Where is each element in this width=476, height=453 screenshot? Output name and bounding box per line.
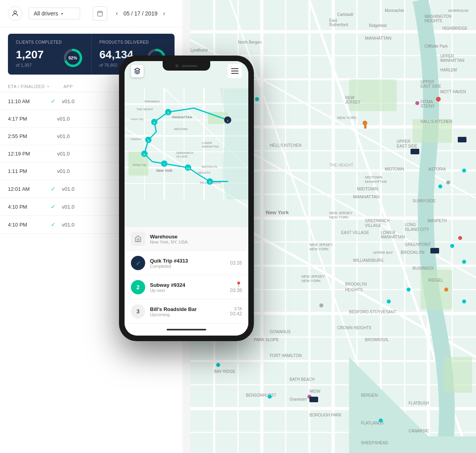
svg-rect-140 — [98, 12, 102, 16]
svg-text:HELL'S KITCHEN: HELL'S KITCHEN — [270, 143, 301, 148]
upnext-stop-number: 2 — [131, 280, 145, 294]
svg-text:7: 7 — [163, 163, 165, 166]
svg-text:SUNNYSIDE: SUNNYSIDE — [413, 199, 436, 203]
svg-text:BUSHWICK: BUSHWICK — [413, 266, 434, 271]
svg-text:Cliffside Park: Cliffside Park — [424, 44, 448, 48]
calendar-icon — [93, 6, 107, 21]
col-eta-label: ETA / FINALIZED — [8, 84, 45, 89]
completed-stop-time: 03:26 — [230, 260, 242, 266]
svg-point-128 — [444, 288, 448, 292]
phone-mockup: MANHATTAN Jersey City New York Hoboken G… — [119, 56, 254, 341]
svg-point-113 — [255, 97, 259, 101]
svg-text:2A: 2A — [186, 167, 190, 170]
clients-label: CLIENTS COMPLETED — [16, 40, 83, 44]
completed-stop-info: Quik Trip #4313 Completed — [150, 258, 225, 269]
svg-point-120 — [462, 299, 466, 303]
phone-map: MANHATTAN Jersey City New York Hoboken G… — [125, 61, 248, 226]
completed-stop[interactable]: ✓ Quik Trip #4313 Completed 03:26 — [125, 251, 248, 275]
clients-value: 1,207 — [16, 48, 44, 61]
clients-donut: 92% — [63, 48, 83, 68]
svg-text:SHEEPSHEAD: SHEEPSHEAD — [361, 441, 388, 445]
upnext-stop-info: Subway #9324 Up next — [150, 282, 225, 293]
svg-text:North Bergen: North Bergen — [238, 40, 261, 44]
row-time: 12:01 AM — [8, 186, 48, 192]
svg-text:MORRIISAN: MORRIISAN — [448, 9, 468, 13]
row-time: 4:10 PM — [8, 222, 48, 228]
upcoming-stop-name: Bill's Roadside Bar — [150, 306, 225, 312]
svg-text:HALL'S KITCHEN: HALL'S KITCHEN — [420, 119, 452, 124]
hamburger-line — [231, 71, 238, 71]
warehouse-stop[interactable]: Warehouse New York, NY, USA — [125, 227, 248, 251]
svg-text:MOTT HAVEN: MOTT HAVEN — [440, 90, 466, 94]
row-time: 2:55 PM — [8, 133, 48, 139]
phone-header-bar — [125, 61, 248, 81]
svg-text:BOROUGH PARK: BOROUGH PARK — [309, 413, 342, 417]
completed-stop-name: Quik Trip #4313 — [150, 258, 225, 264]
next-date-button[interactable]: › — [161, 9, 167, 18]
upcoming-stop-time: 03:42 — [230, 311, 242, 317]
check-icon: ✓ — [51, 203, 56, 210]
svg-text:Jersey City: Jersey City — [132, 163, 146, 167]
col-eta-chevron[interactable]: ▾ — [47, 84, 50, 88]
svg-text:BROOKLYN: BROOKLYN — [202, 165, 217, 168]
svg-point-117 — [462, 260, 466, 264]
svg-rect-138 — [364, 122, 367, 129]
col-app-label: APP — [63, 84, 73, 89]
row-time: 11:10 AM — [8, 98, 48, 104]
svg-text:THE HEIGHT: THE HEIGHT — [136, 108, 154, 111]
header: All drivers ▾ ‹ 05 / 17 / 2019 › — [0, 0, 182, 27]
upcoming-stop-status: Upcoming — [150, 312, 225, 317]
svg-text:New York: New York — [266, 209, 289, 215]
upcoming-stop-time-block: ETA 03:42 — [230, 307, 242, 317]
prev-date-button[interactable]: ‹ — [113, 9, 120, 18]
stops-list: Warehouse New York, NY, USA ✓ Quik Trip … — [125, 226, 248, 324]
warehouse-addr: New York, NY, USA — [150, 240, 242, 244]
svg-rect-134 — [458, 137, 466, 142]
svg-text:PARK SLOPE: PARK SLOPE — [254, 338, 279, 342]
svg-rect-135 — [411, 149, 419, 154]
completed-stop-status: Completed — [150, 264, 225, 269]
check-icon: ✓ — [51, 186, 56, 192]
svg-text:EAST VILLAGE: EAST VILLAGE — [341, 230, 369, 235]
phone-home-bar — [125, 324, 248, 336]
driver-select-dropdown[interactable]: All drivers ▾ — [29, 8, 80, 19]
svg-text:GREENPOINT: GREENPOINT — [405, 242, 431, 247]
clients-completed-card: CLIENTS COMPLETED 1,207 of 1,307 92% — [8, 34, 92, 75]
check-icon: ✓ — [51, 98, 56, 104]
svg-text:THE HEIGHT: THE HEIGHT — [329, 163, 353, 167]
svg-text:4: 4 — [154, 121, 155, 125]
row-time: 4:17 PM — [8, 116, 48, 122]
svg-text:HARLEM: HARLEM — [440, 68, 457, 72]
svg-text:MIDTOWN: MIDTOWN — [385, 167, 404, 171]
app-logo — [131, 65, 144, 77]
upnext-stop[interactable]: 2 Subway #9324 Up next 📍 03:38 — [125, 275, 248, 299]
svg-text:3: 3 — [167, 111, 169, 115]
svg-point-139 — [14, 11, 17, 13]
svg-text:Hoboken: Hoboken — [131, 138, 142, 140]
clients-sub: of 1,307 — [16, 63, 44, 67]
svg-text:6: 6 — [144, 153, 146, 156]
svg-point-124 — [436, 97, 441, 102]
svg-point-129 — [415, 101, 419, 105]
svg-text:BERGEN: BERGEN — [361, 393, 378, 397]
svg-text:NEW YORK: NEW YORK — [337, 116, 357, 120]
svg-text:BEDFORD-STUYVESANT: BEDFORD-STUYVESANT — [349, 310, 396, 314]
svg-rect-39 — [444, 357, 472, 393]
svg-text:HEIGHTS: HEIGHTS — [198, 171, 210, 174]
upcoming-stop[interactable]: 3 Bill's Roadside Bar Upcoming ETA 03:42 — [125, 299, 248, 324]
hamburger-menu-button[interactable] — [228, 64, 242, 78]
location-pin-icon: 📍 — [235, 281, 242, 288]
svg-text:MANHATTAN: MANHATTAN — [172, 115, 192, 119]
hamburger-line — [231, 73, 238, 74]
row-time: 1:11 PM — [8, 168, 48, 174]
svg-point-115 — [462, 169, 466, 173]
svg-text:WILLIAMSBURG: WILLIAMSBURG — [353, 258, 384, 263]
upcoming-stop-number: 3 — [131, 304, 145, 319]
svg-text:BROWNSVIL: BROWNSVIL — [365, 338, 389, 342]
driver-select-label: All drivers — [34, 10, 58, 17]
svg-text:BATH BEACH: BATH BEACH — [290, 377, 315, 382]
svg-rect-136 — [430, 248, 439, 253]
eta-label: ETA — [234, 307, 242, 311]
svg-text:Moonachie: Moonachie — [385, 8, 404, 13]
svg-text:MANHATTAN: MANHATTAN — [353, 194, 380, 199]
